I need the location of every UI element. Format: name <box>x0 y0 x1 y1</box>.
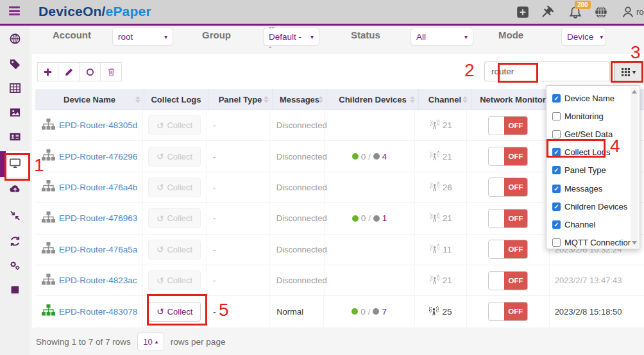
collect-logs-button[interactable]: ↺Collect <box>148 208 201 228</box>
sidebar-item-image[interactable] <box>0 101 30 126</box>
sidebar-item-compress-arrows[interactable] <box>0 204 30 229</box>
sidebar-item-table[interactable] <box>0 76 30 102</box>
device-name-link[interactable]: EPD-Router-476a5a <box>59 245 137 254</box>
column-option-get-set-data[interactable]: Get/Set Data <box>547 125 640 143</box>
mode-filter-select[interactable]: Device▾ <box>561 28 606 45</box>
collect-logs-button[interactable]: ↺Collect <box>148 240 201 260</box>
history-rotate-icon: ↺ <box>157 307 164 316</box>
search-input[interactable] <box>484 62 610 81</box>
device-name-link[interactable]: EPD-Router-483078 <box>59 307 137 317</box>
column-option-panel-type[interactable]: ✓Panel Type <box>547 161 640 179</box>
sort-icon[interactable] <box>410 96 415 103</box>
panel-type-cell: - <box>207 203 270 233</box>
checkbox-unchecked-icon[interactable] <box>552 238 561 247</box>
column-option-messages[interactable]: ✓Messages <box>547 179 640 197</box>
column-picker-button[interactable]: ▾ <box>614 62 643 81</box>
network-monitor-toggle[interactable]: OFF <box>488 178 528 197</box>
device-name-link[interactable]: EPD-Router-476963 <box>59 213 137 223</box>
checkbox-checked-icon[interactable]: ✓ <box>552 220 561 229</box>
scroll-down-icon[interactable] <box>632 241 637 245</box>
sort-icon[interactable] <box>264 96 269 103</box>
checkbox-checked-icon[interactable]: ✓ <box>552 94 561 103</box>
rows-per-page-label: rows per page <box>171 337 226 347</box>
language-globe-icon[interactable] <box>594 5 608 19</box>
scroll-up-icon[interactable] <box>632 90 637 94</box>
column-header-messages[interactable]: Messages <box>273 89 327 110</box>
sort-icon[interactable] <box>318 96 323 103</box>
network-monitor-cell: OFF <box>467 296 550 326</box>
status-filter-select[interactable]: All▾ <box>411 28 473 45</box>
refresh-status-button[interactable] <box>80 62 101 81</box>
table-icon <box>9 82 21 97</box>
add-device-button[interactable] <box>37 62 58 81</box>
checkbox-checked-icon[interactable]: ✓ <box>552 148 561 156</box>
panel-type-cell: - <box>207 265 270 295</box>
column-header-children-devices[interactable]: Children Devices <box>327 89 419 110</box>
chevron-down-icon: ▾ <box>632 69 636 76</box>
children-devices-cell: 0/7 <box>324 296 414 326</box>
network-monitor-toggle[interactable]: OFF <box>488 302 528 321</box>
app-logo[interactable]: DeviceOn/ePaper <box>38 4 151 19</box>
column-option-monitoring[interactable]: Monitoring <box>547 107 640 125</box>
column-header-panel-type[interactable]: Panel Type <box>208 89 273 110</box>
messages-cell: Disconnected <box>270 172 325 202</box>
gavel-icon[interactable] <box>540 5 554 19</box>
group-filter-select[interactable]: -- Default --▾ <box>263 28 319 45</box>
network-monitor-toggle[interactable]: OFF <box>488 271 528 290</box>
network-monitor-toggle[interactable]: OFF <box>488 240 528 259</box>
device-name-cell: EPD-Router-4823ac <box>35 265 143 295</box>
user-menu[interactable]: root <box>621 5 635 19</box>
history-rotate-icon: ↺ <box>157 152 164 161</box>
checkbox-checked-icon[interactable]: ✓ <box>552 202 561 211</box>
sidebar-item-cloud-upload[interactable] <box>0 177 30 202</box>
device-name-link[interactable]: EPD-Router-48305d <box>59 120 137 130</box>
column-option-mqtt-connection[interactable]: MQTT Connection <box>547 234 640 252</box>
children-devices-cell <box>325 172 415 202</box>
delete-device-button[interactable] <box>101 62 122 81</box>
collect-logs-button[interactable]: ↺Collect <box>148 302 201 322</box>
account-filter-select[interactable]: root▾ <box>112 28 173 45</box>
sidebar-item-monitor-active[interactable] <box>0 151 30 177</box>
column-option-children-devices[interactable]: ✓Children Devices <box>547 197 640 215</box>
device-name-link[interactable]: EPD-Router-476296 <box>59 152 137 161</box>
sidebar-item-book[interactable] <box>0 279 30 304</box>
checkbox-unchecked-icon[interactable] <box>552 112 561 120</box>
sidebar-item-gears[interactable] <box>0 254 30 279</box>
antenna-icon <box>430 274 443 286</box>
column-header-network-monitor[interactable]: Network Monitor <box>471 89 555 110</box>
network-monitor-toggle[interactable]: OFF <box>488 209 528 228</box>
device-name-link[interactable]: EPD-Router-476a4b <box>59 183 137 192</box>
menu-hamburger-icon[interactable] <box>9 6 20 17</box>
sidebar-item-tags[interactable] <box>0 52 30 78</box>
collect-logs-button[interactable]: ↺Collect <box>148 178 201 197</box>
antenna-icon <box>430 181 443 194</box>
column-header-channel[interactable]: Channel <box>419 89 471 110</box>
checkbox-unchecked-icon[interactable] <box>552 130 561 138</box>
collect-logs-button[interactable]: ↺Collect <box>148 147 201 167</box>
network-monitor-toggle[interactable]: OFF <box>488 116 528 135</box>
add-widget-icon[interactable] <box>516 5 530 19</box>
sort-icon[interactable] <box>135 96 140 103</box>
sidebar-item-sync[interactable] <box>0 229 30 255</box>
notifications-bell-icon[interactable]: 200 <box>568 5 582 19</box>
column-option-device-name[interactable]: ✓Device Name <box>547 89 640 107</box>
dropdown-scrollbar[interactable] <box>631 87 638 247</box>
sidebar-item-globe[interactable] <box>0 27 30 53</box>
collect-logs-button[interactable]: ↺Collect <box>148 115 201 135</box>
sidebar-item-id-card[interactable] <box>0 125 30 151</box>
device-name-link[interactable]: EPD-Router-4823ac <box>59 276 137 285</box>
collect-logs-button[interactable]: ↺Collect <box>148 270 201 290</box>
status-filter-value: All <box>416 32 426 42</box>
column-option-channel[interactable]: ✓Channel <box>547 215 640 233</box>
checkbox-checked-icon[interactable]: ✓ <box>552 185 561 193</box>
edit-device-button[interactable] <box>58 62 80 81</box>
column-header-device-name[interactable]: Device Name <box>35 89 144 110</box>
network-monitor-toggle[interactable]: OFF <box>488 147 528 166</box>
page-size-select[interactable]: 10 ▴ <box>137 333 164 351</box>
children-devices-cell: 0/1 <box>325 203 415 233</box>
checkbox-checked-icon[interactable]: ✓ <box>552 166 561 174</box>
chevron-down-icon: ▾ <box>593 33 603 40</box>
collect-logs-cell: ↺Collect <box>143 203 207 233</box>
sort-icon[interactable] <box>462 96 468 103</box>
column-option-collect-logs[interactable]: ✓Collect Logs <box>547 144 640 161</box>
